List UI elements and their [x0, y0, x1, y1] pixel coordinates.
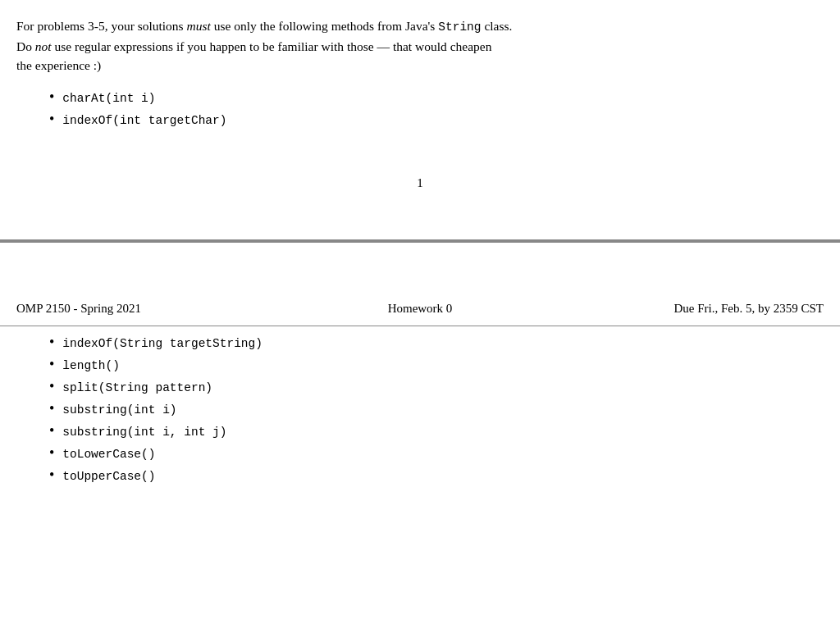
top-bullet-list: charAt(int i) indexOf(int targetChar)	[16, 89, 824, 127]
bottom-bullet-code-5: substring(int i, int j)	[62, 426, 226, 439]
bottom-bullet-code-4: substring(int i)	[62, 403, 176, 417]
intro-text-3: class.	[482, 19, 513, 33]
intro-must: must	[187, 19, 211, 33]
header-left: OMP 2150 - Spring 2021	[16, 302, 285, 316]
header-center: Homework 0	[285, 302, 555, 316]
bottom-bullet-code-3: split(String pattern)	[62, 381, 212, 394]
gap	[0, 243, 840, 292]
bottom-bullet-code-1: indexOf(String targetString)	[62, 337, 262, 350]
intro-not: not	[35, 39, 52, 53]
header-right: Due Fri., Feb. 5, by 2359 CST	[555, 302, 824, 316]
list-item: toUpperCase()	[49, 467, 824, 483]
intro-string-code: String	[438, 20, 481, 34]
list-item: length()	[49, 357, 824, 372]
list-item: indexOf(String targetString)	[49, 335, 824, 350]
list-item: substring(int i)	[49, 401, 824, 417]
page-number-text: 1	[417, 176, 423, 189]
bullet-code-1: charAt(int i)	[62, 92, 155, 105]
bullet-code-2: indexOf(int targetChar)	[62, 114, 226, 127]
page-top-section: For problems 3-5, your solutions must us…	[0, 0, 840, 190]
bottom-bullet-code-2: length()	[62, 359, 120, 372]
intro-text-4: use regular expressions if you happen to…	[52, 39, 492, 53]
intro-paragraph: For problems 3-5, your solutions must us…	[16, 16, 824, 75]
page-number: 1	[16, 176, 824, 190]
bottom-bullet-code-7: toUpperCase()	[62, 470, 155, 483]
list-item: charAt(int i)	[49, 89, 824, 105]
list-item: split(String pattern)	[49, 379, 824, 394]
bottom-bullet-list: indexOf(String targetString) length() sp…	[16, 335, 824, 483]
page-bottom-section: indexOf(String targetString) length() sp…	[0, 326, 840, 508]
list-item: toLowerCase()	[49, 445, 824, 461]
list-item: substring(int i, int j)	[49, 423, 824, 439]
intro-text-5: the experience :)	[16, 58, 101, 72]
list-item: indexOf(int targetChar)	[49, 112, 824, 127]
intro-text-1: For problems 3-5, your solutions	[16, 19, 187, 33]
bottom-bullet-code-6: toLowerCase()	[62, 448, 155, 461]
intro-text-2: use only the following methods from Java…	[211, 19, 438, 33]
intro-do: Do	[16, 39, 35, 53]
document-header: OMP 2150 - Spring 2021 Homework 0 Due Fr…	[0, 292, 840, 326]
